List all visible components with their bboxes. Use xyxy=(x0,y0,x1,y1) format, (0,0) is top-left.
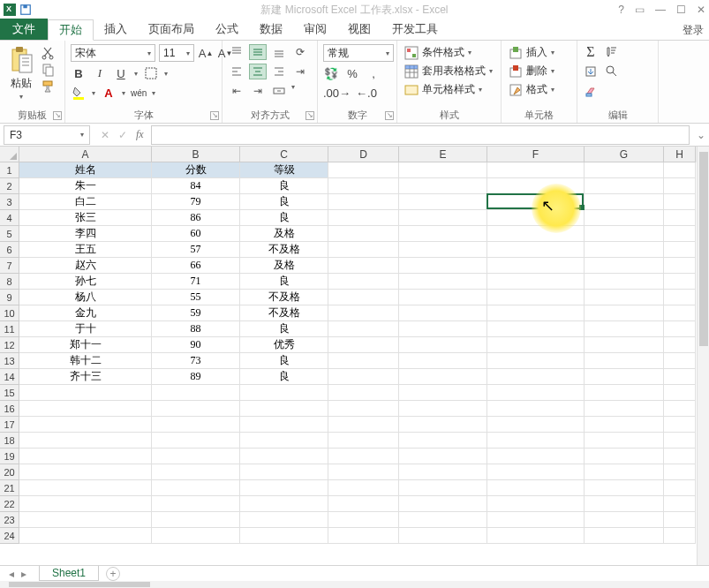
select-all-corner[interactable] xyxy=(0,147,19,162)
cell-A10[interactable]: 金九 xyxy=(19,305,152,321)
cell-H8[interactable] xyxy=(664,274,696,290)
cell-A15[interactable] xyxy=(19,385,152,401)
cell-B1[interactable]: 分数 xyxy=(152,162,240,178)
autosum-icon[interactable]: Σ xyxy=(583,44,599,60)
cell-D9[interactable] xyxy=(328,290,399,305)
align-center-icon[interactable] xyxy=(249,64,267,79)
sign-in-link[interactable]: 登录 xyxy=(683,23,704,38)
comma-icon[interactable]: , xyxy=(366,65,381,81)
column-header-D[interactable]: D xyxy=(328,147,399,162)
cell-E12[interactable] xyxy=(399,337,487,353)
save-icon[interactable] xyxy=(19,4,32,16)
cell-C12[interactable]: 优秀 xyxy=(240,337,328,353)
cell-D12[interactable] xyxy=(328,337,399,353)
sheet-nav-prev-icon[interactable]: ◂ xyxy=(9,568,14,580)
dialog-launcher-icon[interactable]: ↘ xyxy=(385,111,394,120)
cell-F16[interactable] xyxy=(487,401,585,417)
cell-D1[interactable] xyxy=(328,162,399,178)
row-header-11[interactable]: 11 xyxy=(0,321,19,337)
cell-G4[interactable] xyxy=(585,210,664,226)
cell-D3[interactable] xyxy=(328,194,399,210)
column-header-C[interactable]: C xyxy=(240,147,328,162)
cell-E22[interactable] xyxy=(399,496,487,512)
cell-C19[interactable] xyxy=(240,449,328,464)
cell-F7[interactable] xyxy=(487,258,585,274)
format-painter-icon[interactable] xyxy=(41,79,55,94)
dialog-launcher-icon[interactable]: ↘ xyxy=(305,111,314,120)
cell-G18[interactable] xyxy=(585,433,664,449)
cell-A6[interactable]: 王五 xyxy=(19,242,152,258)
cell-B11[interactable]: 88 xyxy=(152,321,240,337)
cell-H14[interactable] xyxy=(664,369,696,385)
cell-G24[interactable] xyxy=(585,528,664,544)
cell-E18[interactable] xyxy=(399,433,487,449)
cell-A20[interactable] xyxy=(19,464,152,480)
cell-F18[interactable] xyxy=(487,433,585,449)
cell-D10[interactable] xyxy=(328,305,399,321)
cell-A8[interactable]: 孙七 xyxy=(19,274,152,290)
cell-C20[interactable] xyxy=(240,464,328,480)
increase-font-icon[interactable]: A▲ xyxy=(198,45,214,61)
cell-H18[interactable] xyxy=(664,433,696,449)
currency-icon[interactable]: 💱 xyxy=(323,65,339,81)
cells-area[interactable]: 姓名分数等级朱一84良白二79良张三86良李四60及格王五57不及格赵六66及格… xyxy=(19,162,709,565)
cell-E21[interactable] xyxy=(399,480,487,496)
cell-C9[interactable]: 不及格 xyxy=(240,290,328,305)
cell-E14[interactable] xyxy=(399,369,487,385)
cell-E8[interactable] xyxy=(399,274,487,290)
cell-E2[interactable] xyxy=(399,178,487,194)
cell-H20[interactable] xyxy=(664,464,696,480)
row-header-19[interactable]: 19 xyxy=(0,449,19,464)
cell-H11[interactable] xyxy=(664,321,696,337)
row-header-17[interactable]: 17 xyxy=(0,417,19,433)
row-header-6[interactable]: 6 xyxy=(0,242,19,258)
clear-icon[interactable] xyxy=(583,83,599,99)
tab-page-layout[interactable]: 页面布局 xyxy=(138,19,205,40)
cell-A13[interactable]: 韩十二 xyxy=(19,353,152,369)
new-sheet-button[interactable]: + xyxy=(106,567,120,581)
cell-A24[interactable] xyxy=(19,528,152,544)
row-header-15[interactable]: 15 xyxy=(0,385,19,401)
cell-A17[interactable] xyxy=(19,417,152,433)
row-header-2[interactable]: 2 xyxy=(0,178,19,194)
cell-B2[interactable]: 84 xyxy=(152,178,240,194)
help-icon[interactable]: ? xyxy=(618,4,624,16)
maximize-icon[interactable]: ☐ xyxy=(676,4,686,16)
cell-G20[interactable] xyxy=(585,464,664,480)
cell-F11[interactable] xyxy=(487,321,585,337)
cell-H9[interactable] xyxy=(664,290,696,305)
cell-C11[interactable]: 良 xyxy=(240,321,328,337)
cell-G13[interactable] xyxy=(585,353,664,369)
cell-G8[interactable] xyxy=(585,274,664,290)
cell-F20[interactable] xyxy=(487,464,585,480)
wrap-text-icon[interactable]: ⇥ xyxy=(291,64,309,79)
cell-C3[interactable]: 良 xyxy=(240,194,328,210)
row-header-7[interactable]: 7 xyxy=(0,258,19,274)
cell-A16[interactable] xyxy=(19,401,152,417)
phonetic-guide-button[interactable]: wén xyxy=(131,85,147,101)
row-header-13[interactable]: 13 xyxy=(0,353,19,369)
cell-D7[interactable] xyxy=(328,258,399,274)
cell-C13[interactable]: 良 xyxy=(240,353,328,369)
cell-E11[interactable] xyxy=(399,321,487,337)
cell-D2[interactable] xyxy=(328,178,399,194)
cell-E7[interactable] xyxy=(399,258,487,274)
cell-B9[interactable]: 55 xyxy=(152,290,240,305)
cell-F22[interactable] xyxy=(487,496,585,512)
cell-E6[interactable] xyxy=(399,242,487,258)
cell-D19[interactable] xyxy=(328,449,399,464)
row-header-18[interactable]: 18 xyxy=(0,433,19,449)
row-header-23[interactable]: 23 xyxy=(0,512,19,528)
copy-icon[interactable] xyxy=(41,63,55,77)
row-header-20[interactable]: 20 xyxy=(0,464,19,480)
cell-E9[interactable] xyxy=(399,290,487,305)
italic-button[interactable]: I xyxy=(92,65,108,81)
cell-A12[interactable]: 郑十一 xyxy=(19,337,152,353)
cell-C17[interactable] xyxy=(240,417,328,433)
cell-B13[interactable]: 73 xyxy=(152,353,240,369)
cell-A11[interactable]: 于十 xyxy=(19,321,152,337)
cell-B18[interactable] xyxy=(152,433,240,449)
cell-D16[interactable] xyxy=(328,401,399,417)
cell-B10[interactable]: 59 xyxy=(152,305,240,321)
row-header-16[interactable]: 16 xyxy=(0,401,19,417)
